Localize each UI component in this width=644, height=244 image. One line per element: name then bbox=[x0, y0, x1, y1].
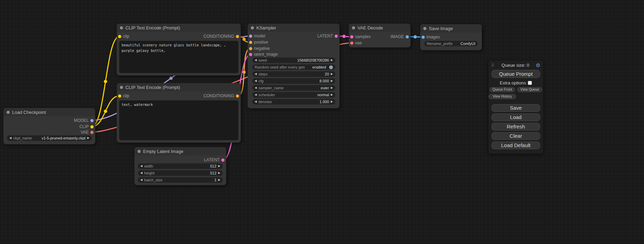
clip-slot-dot[interactable] bbox=[90, 125, 94, 128]
vae-slot-dot[interactable] bbox=[350, 42, 353, 45]
node-empty-latent-image[interactable]: Empty Latent Image LATENT ◀ width 512 ▶ … bbox=[134, 147, 226, 185]
steps-stepper[interactable]: ◀ steps 20 ▶ bbox=[252, 71, 335, 77]
settings-gear-icon[interactable]: ⚙ bbox=[536, 63, 540, 68]
increment-arrow-icon[interactable]: ▶ bbox=[331, 80, 333, 82]
width-stepper[interactable]: ◀ width 512 ▶ bbox=[138, 163, 223, 169]
node-title-bar[interactable]: CLIP Text Encode (Prompt) bbox=[117, 83, 241, 91]
output-slot-image[interactable]: IMAGE bbox=[390, 34, 409, 39]
increment-arrow-icon[interactable]: ▶ bbox=[331, 59, 333, 62]
cfg-stepper[interactable]: ◀ cfg 8.000 ▶ bbox=[252, 78, 335, 84]
toggle-knob[interactable] bbox=[329, 65, 333, 69]
scheduler-combo[interactable]: ◀ scheduler normal ▶ bbox=[252, 92, 335, 98]
save-button[interactable]: Save bbox=[492, 104, 540, 112]
conditioning-slot-dot[interactable] bbox=[249, 41, 252, 44]
denoise-stepper[interactable]: ◀ denoise 1.000 ▶ bbox=[252, 99, 335, 105]
clip-slot-dot[interactable] bbox=[118, 35, 121, 38]
input-slot-negative[interactable]: negative bbox=[249, 46, 270, 51]
decrement-arrow-icon[interactable]: ◀ bbox=[140, 172, 142, 174]
input-slot-model[interactable]: model bbox=[249, 34, 265, 38]
queue-prompt-button[interactable]: Queue Prompt bbox=[492, 70, 540, 78]
output-slot-conditioning[interactable]: CONDITIONING bbox=[203, 34, 239, 39]
node-vae-decode[interactable]: VAE Decode samples vae IMAGE bbox=[349, 24, 411, 47]
input-slot-latent-image[interactable]: latent_image bbox=[249, 52, 278, 57]
decrement-arrow-icon[interactable]: ◀ bbox=[255, 93, 257, 96]
node-load-checkpoint[interactable]: Load Checkpoint MODEL CLIP VAE ◀ ckpt_na… bbox=[3, 108, 95, 144]
increment-arrow-icon[interactable]: ▶ bbox=[87, 137, 89, 139]
node-title-bar[interactable]: Empty Latent Image bbox=[134, 147, 226, 155]
node-title-bar[interactable]: Load Checkpoint bbox=[3, 108, 95, 116]
increment-arrow-icon[interactable]: ▶ bbox=[331, 93, 333, 96]
decrement-arrow-icon[interactable]: ◀ bbox=[9, 137, 11, 139]
model-slot-dot[interactable] bbox=[249, 35, 252, 38]
decrement-arrow-icon[interactable]: ◀ bbox=[255, 80, 257, 82]
increment-arrow-icon[interactable]: ▶ bbox=[331, 73, 333, 75]
clip-slot-dot[interactable] bbox=[118, 94, 121, 98]
extra-options-checkbox[interactable] bbox=[528, 81, 532, 85]
node-save-image[interactable]: Save Image images filename_prefix ComfyU… bbox=[420, 24, 482, 50]
node-title-text: CLIP Text Encode (Prompt) bbox=[125, 25, 180, 30]
input-slot-images[interactable]: images bbox=[422, 35, 440, 39]
conditioning-slot-dot[interactable] bbox=[236, 35, 239, 38]
node-title-bar[interactable]: VAE Decode bbox=[349, 24, 411, 32]
decrement-arrow-icon[interactable]: ◀ bbox=[255, 59, 257, 62]
ckpt-name-combo[interactable]: ◀ ckpt_name v1-5-pruned-emaonly.ckpt ▶ bbox=[7, 135, 92, 141]
widget-value: 1.000 bbox=[319, 100, 329, 104]
output-slot-clip[interactable]: CLIP bbox=[79, 124, 94, 129]
output-slot-latent[interactable]: LATENT bbox=[204, 157, 224, 162]
increment-arrow-icon[interactable]: ▶ bbox=[218, 165, 220, 168]
slot-label: images bbox=[426, 35, 440, 39]
clear-button[interactable]: Clear bbox=[492, 132, 540, 140]
input-slot-positive[interactable]: positive bbox=[249, 40, 268, 45]
decrement-arrow-icon[interactable]: ◀ bbox=[255, 100, 257, 103]
view-history-button[interactable]: View History bbox=[488, 94, 516, 99]
node-ksampler[interactable]: KSampler model positive negative latent_… bbox=[248, 24, 339, 108]
decrement-arrow-icon[interactable]: ◀ bbox=[255, 87, 257, 89]
vae-slot-dot[interactable] bbox=[90, 131, 94, 134]
decrement-arrow-icon[interactable]: ◀ bbox=[255, 73, 257, 75]
height-stepper[interactable]: ◀ height 512 ▶ bbox=[138, 170, 223, 176]
random-seed-toggle[interactable]: Random seed after every gen enabled bbox=[252, 64, 335, 70]
node-clip-text-encode-positive[interactable]: CLIP Text Encode (Prompt) clip CONDITION… bbox=[117, 24, 241, 75]
input-slot-clip[interactable]: clip bbox=[118, 34, 129, 39]
output-slot-conditioning[interactable]: CONDITIONING bbox=[203, 93, 239, 98]
queue-front-button[interactable]: Queue Front bbox=[489, 87, 515, 92]
filename-prefix-field[interactable]: filename_prefix ComfyUI bbox=[424, 41, 478, 46]
node-title-bar[interactable]: KSampler bbox=[248, 24, 339, 32]
latent-slot-dot[interactable] bbox=[335, 35, 338, 38]
model-slot-dot[interactable] bbox=[90, 119, 94, 122]
output-slot-vae[interactable]: VAE bbox=[81, 130, 94, 135]
decrement-arrow-icon[interactable]: ◀ bbox=[140, 179, 142, 181]
decrement-arrow-icon[interactable]: ◀ bbox=[140, 165, 142, 168]
view-queue-button[interactable]: View Queue bbox=[517, 87, 542, 92]
latent-slot-dot[interactable] bbox=[249, 53, 252, 56]
node-title-bar[interactable]: CLIP Text Encode (Prompt) bbox=[117, 24, 241, 32]
node-editor-canvas[interactable]: Load Checkpoint MODEL CLIP VAE ◀ ckpt_na… bbox=[0, 0, 644, 244]
output-slot-model[interactable]: MODEL bbox=[74, 118, 94, 123]
load-button[interactable]: Load bbox=[492, 114, 540, 121]
increment-arrow-icon[interactable]: ▶ bbox=[218, 172, 220, 174]
image-slot-dot[interactable] bbox=[406, 35, 409, 38]
image-slot-dot[interactable] bbox=[422, 36, 425, 39]
input-slot-clip[interactable]: clip bbox=[118, 93, 129, 98]
seed-stepper[interactable]: ◀ seed 156680208700286 ▶ bbox=[252, 57, 335, 63]
widget-value: 512 bbox=[210, 164, 216, 168]
latent-slot-dot[interactable] bbox=[350, 35, 353, 38]
node-title-bar[interactable]: Save Image bbox=[420, 24, 482, 33]
latent-slot-dot[interactable] bbox=[221, 159, 224, 162]
node-clip-text-encode-negative[interactable]: CLIP Text Encode (Prompt) clip CONDITION… bbox=[117, 83, 241, 143]
sampler-name-combo[interactable]: ◀ sampler_name euler ▶ bbox=[252, 85, 335, 91]
increment-arrow-icon[interactable]: ▶ bbox=[218, 179, 220, 181]
drag-handle-icon[interactable]: ⠿ bbox=[491, 63, 494, 68]
increment-arrow-icon[interactable]: ▶ bbox=[331, 87, 333, 89]
conditioning-slot-dot[interactable] bbox=[236, 94, 239, 98]
refresh-button[interactable]: Refresh bbox=[492, 123, 540, 130]
input-slot-vae[interactable]: vae bbox=[350, 40, 362, 45]
batch-size-stepper[interactable]: ◀ batch_size 1 ▶ bbox=[138, 177, 223, 183]
increment-arrow-icon[interactable]: ▶ bbox=[331, 100, 333, 103]
input-slot-samples[interactable]: samples bbox=[350, 34, 371, 39]
load-default-button[interactable]: Load Default bbox=[492, 142, 540, 149]
positive-prompt-textarea[interactable]: beautiful scenery nature glass bottle la… bbox=[119, 41, 238, 73]
output-slot-latent[interactable]: LATENT bbox=[317, 34, 338, 38]
conditioning-slot-dot[interactable] bbox=[249, 47, 252, 50]
negative-prompt-textarea[interactable]: text, watermark bbox=[119, 100, 238, 140]
